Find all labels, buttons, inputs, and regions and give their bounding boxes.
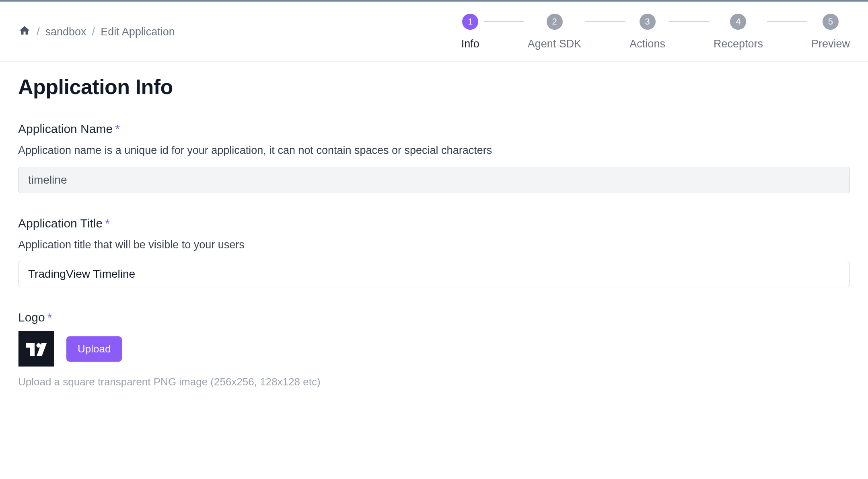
- step-label: Actions: [629, 38, 665, 50]
- logo-row: Upload: [18, 331, 850, 367]
- step-preview[interactable]: 5 Preview: [811, 14, 850, 50]
- step-connector: [767, 21, 807, 22]
- svg-rect-1: [30, 343, 35, 356]
- page-header: / sandbox / Edit Application 1 Info 2 Ag…: [0, 2, 868, 62]
- field-application-name: Application Name * Application name is a…: [18, 122, 850, 193]
- stepper: 1 Info 2 Agent SDK 3 Actions 4 Receptors…: [461, 14, 850, 50]
- field-label: Application Title *: [18, 217, 850, 230]
- step-actions[interactable]: 3 Actions: [629, 14, 665, 50]
- field-help: Application title that will be visible t…: [18, 237, 850, 253]
- breadcrumb-separator: /: [37, 26, 40, 38]
- application-name-input[interactable]: [18, 167, 850, 193]
- upload-button[interactable]: Upload: [66, 336, 122, 362]
- label-text: Application Title: [18, 217, 103, 230]
- field-application-title: Application Title * Application title th…: [18, 217, 850, 288]
- label-text: Logo: [18, 311, 45, 324]
- step-agent-sdk[interactable]: 2 Agent SDK: [528, 14, 582, 50]
- step-number: 2: [547, 14, 563, 30]
- field-label: Logo *: [18, 311, 850, 324]
- step-number: 5: [823, 14, 839, 30]
- required-indicator: *: [115, 122, 120, 136]
- breadcrumb: / sandbox / Edit Application: [18, 25, 175, 39]
- field-logo: Logo * Upload Upload a square transparen…: [18, 311, 850, 388]
- step-receptors[interactable]: 4 Receptors: [714, 14, 763, 50]
- step-number: 3: [640, 14, 656, 30]
- step-number: 4: [730, 14, 746, 30]
- breadcrumb-edit-application[interactable]: Edit Application: [101, 26, 175, 38]
- step-label: Agent SDK: [528, 38, 582, 50]
- logo-preview: [18, 331, 54, 367]
- home-link[interactable]: [18, 25, 31, 39]
- field-help: Application name is a unique id for your…: [18, 142, 850, 159]
- step-number: 1: [462, 14, 478, 30]
- logo-help: Upload a square transparent PNG image (2…: [18, 376, 850, 388]
- application-title-input[interactable]: [18, 261, 850, 287]
- field-label: Application Name *: [18, 122, 850, 136]
- required-indicator: *: [105, 217, 110, 230]
- required-indicator: *: [47, 311, 52, 324]
- step-connector: [669, 21, 710, 22]
- page-title: Application Info: [18, 75, 850, 99]
- step-info[interactable]: 1 Info: [461, 14, 479, 50]
- breadcrumb-separator: /: [92, 26, 95, 38]
- content-area: Application Info Application Name * Appl…: [0, 62, 868, 428]
- home-icon: [18, 25, 31, 37]
- step-label: Receptors: [714, 38, 763, 50]
- step-connector: [585, 21, 625, 22]
- label-text: Application Name: [18, 122, 113, 136]
- step-connector: [483, 21, 524, 22]
- step-label: Preview: [811, 38, 850, 50]
- breadcrumb-sandbox[interactable]: sandbox: [45, 26, 86, 38]
- step-label: Info: [461, 38, 479, 50]
- tradingview-logo-icon: [25, 341, 47, 357]
